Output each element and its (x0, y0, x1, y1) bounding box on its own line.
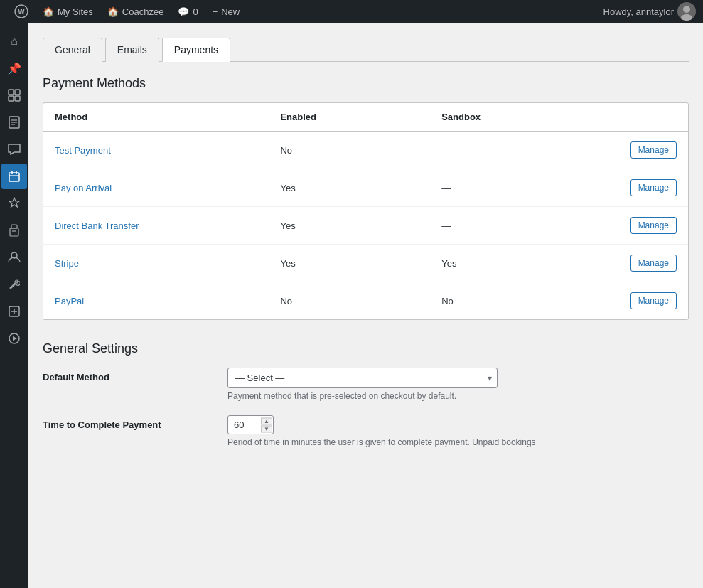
col-header-sandbox: Sandbox (430, 103, 591, 132)
manage-button-test-payment[interactable]: Manage (630, 141, 677, 159)
method-enabled-direct-bank-transfer: Yes (269, 207, 430, 245)
time-to-complete-label: Time to Complete Payment (43, 415, 213, 430)
user-avatar[interactable] (677, 2, 696, 21)
add-icon: + (213, 6, 218, 17)
method-sandbox-pay-on-arrival: — (430, 169, 591, 207)
method-actions-test-payment: Manage (591, 132, 688, 169)
method-actions-direct-bank-transfer: Manage (591, 207, 688, 245)
col-header-method: Method (43, 103, 269, 132)
table-row: Stripe Yes Yes Manage (43, 245, 688, 282)
method-name-pay-on-arrival[interactable]: Pay on Arrival (55, 183, 112, 193)
sidebar-item-plugins[interactable] (1, 218, 27, 243)
default-method-select[interactable]: — Select — Test Payment Pay on Arrival D… (227, 368, 498, 388)
sidebar-item-pages[interactable] (1, 109, 27, 135)
sidebar-item-blocks[interactable] (1, 82, 27, 108)
svg-point-3 (683, 6, 690, 13)
sidebar-item-appearance[interactable] (1, 191, 27, 216)
method-actions-paypal: Manage (591, 282, 688, 320)
adminbar-my-sites[interactable]: 🏠 My Sites (36, 0, 100, 23)
adminbar-coachzee[interactable]: 🏠 Coachzee (100, 0, 171, 23)
general-settings-section: Default Method — Select — Test Payment P… (43, 368, 689, 447)
comments-icon: 💬 (178, 6, 189, 17)
payment-methods-table: Method Enabled Sandbox Test Payment No —… (43, 103, 688, 319)
tab-payments[interactable]: Payments (162, 38, 230, 62)
general-settings-title: General Settings (43, 341, 689, 356)
sidebar-item-comments[interactable] (1, 137, 27, 162)
number-spinners: ▲ ▼ (261, 417, 272, 432)
admin-bar: W 🏠 My Sites 🏠 Coachzee 💬 0 + New Howdy,… (0, 0, 703, 23)
svg-rect-6 (15, 90, 20, 95)
method-sandbox-direct-bank-transfer: — (430, 207, 591, 245)
table-row: Pay on Arrival Yes — Manage (43, 169, 688, 207)
col-header-actions (591, 103, 688, 132)
svg-rect-8 (15, 96, 20, 101)
spinner-up-button[interactable]: ▲ (261, 417, 272, 424)
site-icon: 🏠 (107, 6, 119, 17)
sidebar-item-media[interactable] (1, 326, 27, 351)
settings-tabs: General Emails Payments (43, 37, 689, 62)
method-actions-stripe: Manage (591, 245, 688, 282)
table-header-row: Method Enabled Sandbox (43, 103, 688, 132)
method-enabled-test-payment: No (269, 132, 430, 169)
sidebar-item-tools[interactable] (1, 272, 27, 297)
svg-rect-5 (9, 90, 14, 95)
svg-rect-18 (10, 228, 18, 236)
table-row: Direct Bank Transfer Yes — Manage (43, 207, 688, 245)
default-method-description: Payment method that is pre-selected on c… (227, 391, 689, 401)
default-method-select-wrap: — Select — Test Payment Pay on Arrival D… (227, 368, 498, 388)
default-method-control: — Select — Test Payment Pay on Arrival D… (227, 368, 689, 401)
svg-rect-17 (11, 225, 17, 228)
adminbar-comments[interactable]: 💬 0 (171, 0, 205, 23)
svg-rect-7 (9, 96, 14, 101)
method-name-stripe[interactable]: Stripe (55, 258, 79, 269)
default-method-row: Default Method — Select — Test Payment P… (43, 368, 689, 401)
manage-button-paypal[interactable]: Manage (630, 292, 677, 309)
method-name-direct-bank-transfer[interactable]: Direct Bank Transfer (55, 220, 139, 231)
sidebar-item-pin[interactable]: 📌 (1, 55, 27, 81)
sidebar-item-users[interactable] (1, 245, 27, 270)
sidebar-item-dashboard[interactable]: ⌂ (1, 28, 27, 54)
payment-methods-table-wrap: Method Enabled Sandbox Test Payment No —… (43, 102, 689, 320)
sidebar-item-calendar[interactable] (1, 164, 27, 189)
time-description: Period of time in minutes the user is gi… (227, 437, 689, 447)
table-row: Test Payment No — Manage (43, 132, 688, 169)
time-input-wrap: ▲ ▼ (227, 415, 274, 434)
svg-text:W: W (18, 8, 25, 16)
sidebar-item-add[interactable] (1, 299, 27, 324)
manage-button-pay-on-arrival[interactable]: Manage (630, 179, 677, 196)
home-icon: 🏠 (43, 6, 54, 17)
method-actions-pay-on-arrival: Manage (591, 169, 688, 207)
method-sandbox-test-payment: — (430, 132, 591, 169)
time-to-complete-row: Time to Complete Payment ▲ ▼ Period of t… (43, 415, 689, 447)
time-to-complete-control: ▲ ▼ Period of time in minutes the user i… (227, 415, 689, 447)
table-row: PayPal No No Manage (43, 282, 688, 320)
user-greeting: Howdy, anntaylor (603, 6, 674, 17)
method-sandbox-paypal: No (430, 282, 591, 320)
tab-general[interactable]: General (43, 38, 102, 62)
manage-button-direct-bank-transfer[interactable]: Manage (630, 217, 677, 234)
manage-button-stripe[interactable]: Manage (630, 255, 677, 272)
method-enabled-stripe: Yes (269, 245, 430, 282)
main-content: General Emails Payments Payment Methods … (28, 23, 703, 588)
default-method-label: Default Method (43, 368, 213, 383)
svg-rect-13 (9, 173, 19, 181)
adminbar-new[interactable]: + New (205, 0, 247, 23)
wp-logo-button[interactable]: W (7, 0, 36, 23)
payment-methods-title: Payment Methods (43, 76, 689, 91)
method-name-test-payment[interactable]: Test Payment (55, 145, 111, 156)
method-sandbox-stripe: Yes (430, 245, 591, 282)
svg-marker-25 (13, 336, 17, 341)
spinner-down-button[interactable]: ▼ (261, 425, 272, 432)
method-name-paypal[interactable]: PayPal (55, 296, 84, 306)
method-enabled-pay-on-arrival: Yes (269, 169, 430, 207)
sidebar: ⌂ 📌 (0, 23, 28, 588)
tab-emails[interactable]: Emails (105, 38, 159, 62)
method-enabled-paypal: No (269, 282, 430, 320)
col-header-enabled: Enabled (269, 103, 430, 132)
